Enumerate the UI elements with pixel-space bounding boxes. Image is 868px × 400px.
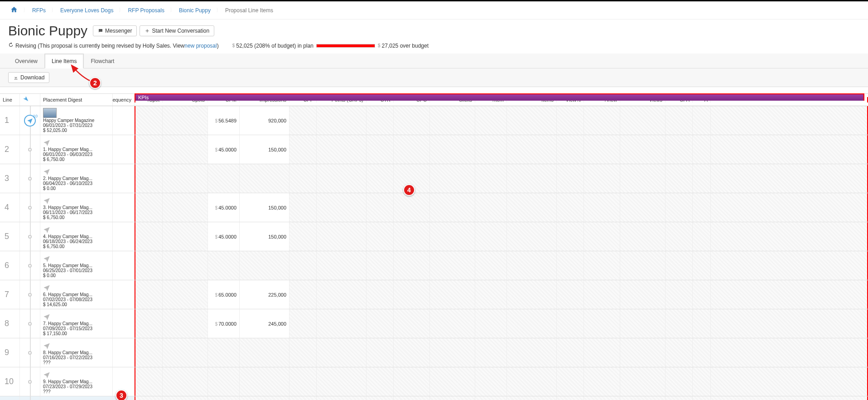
kpi-cell[interactable] — [394, 338, 430, 367]
kpi-cell[interactable] — [366, 164, 394, 193]
kpi-cell[interactable] — [584, 251, 620, 280]
table-row[interactable]: 43. Happy Camper Mag...06/11/2023 - 06/1… — [0, 193, 868, 222]
kpi-cell[interactable] — [557, 251, 584, 280]
placement-digest[interactable]: 4. Happy Camper Mag...06/18/2023 - 06/24… — [40, 222, 113, 251]
kpi-cell[interactable] — [620, 309, 665, 338]
kpi-cell[interactable]: 150,000 — [240, 135, 289, 164]
kpi-cell[interactable] — [289, 280, 317, 309]
breadcrumb-link[interactable]: RFPs — [29, 5, 49, 15]
kpi-cell[interactable] — [317, 367, 366, 396]
kpi-cell[interactable]: 150,000 — [240, 222, 289, 251]
kpi-cell[interactable] — [366, 193, 394, 222]
kpi-cell[interactable] — [584, 222, 620, 251]
kpi-cell[interactable] — [289, 193, 317, 222]
kpi-cell[interactable] — [665, 251, 693, 280]
kpi-cell[interactable] — [584, 367, 620, 396]
kpi-cell[interactable] — [394, 396, 430, 400]
new-proposal-link[interactable]: new proposal — [184, 43, 217, 49]
kpi-cell[interactable] — [620, 222, 665, 251]
kpi-cell[interactable] — [507, 135, 557, 164]
kpi-cell[interactable] — [584, 280, 620, 309]
kpi-cell[interactable] — [557, 193, 584, 222]
kpi-cell[interactable] — [693, 309, 711, 338]
plane-icon[interactable]: 10 — [24, 115, 36, 127]
kpi-cell[interactable] — [475, 396, 507, 400]
kpi-cell[interactable] — [475, 193, 507, 222]
table-row[interactable]: 65. Happy Camper Mag...06/25/2023 - 07/0… — [0, 251, 868, 280]
kpi-cell[interactable] — [163, 222, 208, 251]
breadcrumb-link[interactable]: RFP Proposals — [124, 5, 168, 15]
kpi-cell[interactable] — [557, 222, 584, 251]
kpi-cell[interactable] — [475, 135, 507, 164]
kpi-cell[interactable] — [317, 251, 366, 280]
kpi-cell[interactable] — [620, 367, 665, 396]
kpi-cell[interactable] — [620, 280, 665, 309]
kpi-cell[interactable] — [620, 164, 665, 193]
kpi-cell[interactable] — [394, 222, 430, 251]
kpi-cell[interactable] — [693, 106, 711, 135]
kpi-cell[interactable] — [693, 396, 711, 400]
kpi-cell[interactable] — [475, 280, 507, 309]
kpi-cell[interactable] — [135, 280, 163, 309]
start-conversation-button[interactable]: Start New Conversation — [140, 25, 214, 36]
placement-digest[interactable]: 2. Happy Camper Mag...06/04/2023 - 06/10… — [40, 164, 113, 193]
col-frequency[interactable]: equency — [113, 94, 135, 106]
kpi-cell[interactable] — [430, 135, 475, 164]
kpi-cell[interactable]: 225,000 — [240, 280, 289, 309]
kpi-cell[interactable]: $45.0000 — [208, 135, 240, 164]
messenger-button[interactable]: Messenger — [93, 25, 137, 36]
kpi-cell[interactable] — [507, 309, 557, 338]
kpi-cell[interactable] — [208, 396, 240, 400]
kpi-cell[interactable] — [475, 164, 507, 193]
kpi-cell[interactable] — [289, 222, 317, 251]
col-line[interactable]: Line — [0, 94, 20, 106]
kpi-cell[interactable] — [584, 135, 620, 164]
kpi-cell[interactable]: $56.5489 — [208, 106, 240, 135]
kpi-cell[interactable] — [366, 396, 394, 400]
kpi-cell[interactable] — [163, 396, 208, 400]
kpi-cell[interactable] — [430, 338, 475, 367]
kpi-cell[interactable] — [557, 280, 584, 309]
kpi-cell[interactable] — [620, 338, 665, 367]
frequency-cell[interactable] — [113, 280, 135, 309]
kpi-cell[interactable] — [584, 164, 620, 193]
kpi-cell[interactable] — [507, 164, 557, 193]
kpi-cell[interactable] — [208, 338, 240, 367]
kpi-cell[interactable] — [475, 338, 507, 367]
kpi-cell[interactable] — [584, 106, 620, 135]
kpi-cell[interactable]: $65.0000 — [208, 280, 240, 309]
kpi-cell[interactable] — [693, 193, 711, 222]
kpi-cell[interactable] — [507, 222, 557, 251]
kpi-cell[interactable] — [665, 193, 693, 222]
kpi-cell[interactable] — [240, 338, 289, 367]
placement-digest[interactable]: 5. Happy Camper Mag...06/25/2023 - 07/01… — [40, 251, 113, 280]
placement-digest[interactable]: 10. Happy Camper Ma...07/30/2023 — [40, 396, 113, 400]
kpi-cell[interactable] — [289, 309, 317, 338]
kpi-cell[interactable] — [584, 396, 620, 400]
placement-digest[interactable]: 7. Happy Camper Mag...07/09/2023 - 07/15… — [40, 309, 113, 338]
kpi-cell[interactable] — [507, 251, 557, 280]
kpi-cell[interactable] — [507, 280, 557, 309]
kpi-cell[interactable]: $45.0000 — [208, 222, 240, 251]
kpi-cell[interactable] — [289, 106, 317, 135]
kpi-cell[interactable] — [163, 280, 208, 309]
kpi-cell[interactable] — [135, 309, 163, 338]
table-row[interactable]: 98. Happy Camper Mag...07/16/2023 - 07/2… — [0, 338, 868, 367]
placement-digest[interactable]: 9. Happy Camper Mag...07/23/2023 - 07/29… — [40, 367, 113, 396]
kpi-cell[interactable] — [557, 309, 584, 338]
kpi-cell[interactable] — [665, 222, 693, 251]
kpi-cell[interactable] — [289, 367, 317, 396]
frequency-cell[interactable] — [113, 251, 135, 280]
kpi-cell[interactable] — [557, 338, 584, 367]
kpi-cell[interactable] — [289, 338, 317, 367]
home-icon[interactable] — [7, 4, 21, 16]
kpi-cell[interactable] — [163, 338, 208, 367]
kpi-cell[interactable] — [693, 135, 711, 164]
tab-overview[interactable]: Overview — [8, 54, 44, 68]
kpi-cell[interactable] — [665, 164, 693, 193]
kpi-cell[interactable] — [135, 135, 163, 164]
kpi-cell[interactable] — [208, 367, 240, 396]
kpi-cell[interactable] — [366, 135, 394, 164]
kpi-cell[interactable] — [430, 251, 475, 280]
kpi-cell[interactable] — [317, 280, 366, 309]
